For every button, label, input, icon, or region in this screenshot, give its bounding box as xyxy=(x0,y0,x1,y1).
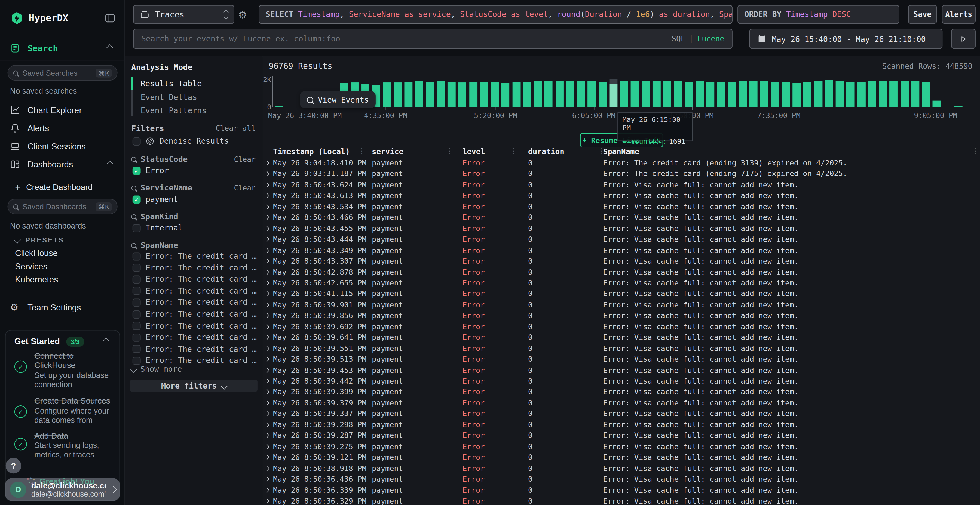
histogram-bar[interactable] xyxy=(394,82,402,106)
histogram-bar[interactable] xyxy=(490,82,499,106)
column-resize-handle[interactable]: ⋮ xyxy=(446,147,453,155)
source-settings-gear-icon[interactable]: ⚙ xyxy=(238,9,247,21)
preset-clickhouse[interactable]: ClickHouse xyxy=(15,249,58,258)
histogram-bar[interactable] xyxy=(480,82,488,107)
gs-item-title[interactable]: Create Data Sources xyxy=(34,396,115,405)
histogram-bar[interactable] xyxy=(749,81,757,107)
checkbox-unchecked[interactable] xyxy=(132,357,141,365)
saved-searches-input[interactable]: Saved Searches ⌘K xyxy=(8,65,118,81)
checkbox-unchecked[interactable] xyxy=(132,137,141,145)
histogram-bar[interactable] xyxy=(415,81,423,106)
histogram-bar[interactable] xyxy=(695,81,704,106)
view-events-button[interactable]: View Events xyxy=(300,91,375,108)
collapse-sidebar-icon[interactable] xyxy=(104,13,115,24)
table-row[interactable]: May 26 8:50:39.399 PMpaymentError0Error:… xyxy=(262,387,980,398)
col-service[interactable]: service xyxy=(372,148,403,156)
chevron-up-icon[interactable] xyxy=(103,338,110,345)
checkbox-unchecked[interactable] xyxy=(132,275,141,284)
order-by-editor[interactable]: ORDER BY Timestamp DESC xyxy=(737,5,899,24)
checkbox-unchecked[interactable] xyxy=(132,264,141,272)
col-spanname[interactable]: SpanName xyxy=(603,148,640,156)
table-row[interactable]: May 26 8:50:43.534 PMpaymentError0Error:… xyxy=(262,202,980,213)
histogram-bar[interactable] xyxy=(674,81,682,106)
sidebar-item-client-sessions[interactable]: Client Sessions xyxy=(10,141,86,151)
checkbox-unchecked[interactable] xyxy=(132,224,141,232)
table-row[interactable]: May 26 9:04:18.410 PMpaymentError0Error:… xyxy=(262,158,980,169)
histogram-bar[interactable] xyxy=(383,83,391,106)
histogram-bar[interactable] xyxy=(404,82,412,107)
lang-toggle-lucene[interactable]: Lucene xyxy=(697,34,724,43)
spanname-filter-option[interactable]: Error: The credit card … xyxy=(132,345,257,353)
clear-all-button[interactable]: Clear all xyxy=(216,124,256,132)
col-level[interactable]: level xyxy=(463,148,485,156)
histogram-bar[interactable] xyxy=(566,81,574,106)
table-row[interactable]: May 26 8:50:36.339 PMpaymentError0Error:… xyxy=(262,485,980,496)
search-icon[interactable] xyxy=(131,156,136,161)
histogram-bar[interactable] xyxy=(825,80,833,106)
checkbox-unchecked[interactable] xyxy=(132,345,141,353)
table-row[interactable]: May 26 8:50:39.337 PMpaymentError0Error:… xyxy=(262,409,980,419)
histogram-bar[interactable] xyxy=(932,101,941,107)
checkbox-unchecked[interactable] xyxy=(132,322,141,330)
checkbox-checked[interactable]: ✓ xyxy=(132,167,141,175)
spanname-filter-option[interactable]: Error: The credit card … xyxy=(132,252,257,260)
spanname-filter-option[interactable]: Error: The credit card … xyxy=(132,321,257,330)
histogram-bar[interactable] xyxy=(652,81,660,106)
column-resize-handle[interactable]: ⋮ xyxy=(972,147,978,155)
histogram-bar[interactable] xyxy=(437,81,445,106)
histogram-bar[interactable] xyxy=(879,81,887,107)
histogram-bar[interactable] xyxy=(889,81,898,106)
spanname-filter-option[interactable]: Error: The credit card … xyxy=(132,286,257,295)
histogram-bar[interactable] xyxy=(900,81,908,106)
gs-item-title[interactable]: Add Data xyxy=(34,431,115,440)
histogram-bar[interactable] xyxy=(685,82,693,107)
table-row[interactable]: May 26 8:50:39.442 PMpaymentError0Error:… xyxy=(262,376,980,387)
histogram-bar[interactable] xyxy=(814,81,822,107)
clear-button[interactable]: Clear xyxy=(234,154,256,163)
table-row[interactable]: May 26 8:50:39.275 PMpaymentError0Error:… xyxy=(262,441,980,452)
table-row[interactable]: May 26 8:50:43.307 PMpaymentError0Error:… xyxy=(262,256,980,267)
mode-event-patterns[interactable]: Event Patterns xyxy=(141,106,207,115)
chevron-up-icon[interactable] xyxy=(107,161,113,168)
checkbox-unchecked[interactable] xyxy=(132,299,141,306)
spanname-filter-option[interactable]: Error: The credit card … xyxy=(132,264,257,272)
histogram-bar[interactable] xyxy=(501,83,510,106)
table-row[interactable]: May 26 8:50:43.466 PMpaymentError0Error:… xyxy=(262,213,980,223)
histogram-bar[interactable] xyxy=(609,84,617,106)
search-icon[interactable] xyxy=(131,214,136,219)
table-row[interactable]: May 26 8:50:43.624 PMpaymentError0Error:… xyxy=(262,180,980,191)
alerts-button[interactable]: Alerts xyxy=(942,5,976,24)
table-row[interactable]: May 26 8:50:39.551 PMpaymentError0Error:… xyxy=(262,343,980,354)
spanname-filter-option[interactable]: Error: The credit card … xyxy=(132,275,257,284)
run-live-tail-button[interactable] xyxy=(951,29,976,49)
histogram-bar[interactable] xyxy=(771,82,779,107)
table-row[interactable]: May 26 8:50:39.379 PMpaymentError0Error:… xyxy=(262,398,980,409)
checkbox-unchecked[interactable] xyxy=(132,310,141,318)
column-resize-handle[interactable]: ⋮ xyxy=(510,147,517,155)
gs-item-title[interactable]: Connect to ClickHouse xyxy=(34,351,115,370)
histogram-bar[interactable] xyxy=(706,82,714,107)
checkbox-checked[interactable]: ✓ xyxy=(132,195,141,203)
histogram-bar[interactable] xyxy=(447,82,456,107)
source-select[interactable]: Traces xyxy=(133,5,234,24)
search-icon[interactable] xyxy=(131,243,136,248)
mode-event-deltas[interactable]: Event Deltas xyxy=(141,92,197,102)
histogram-bar[interactable] xyxy=(620,81,628,106)
user-menu[interactable]: D dale@clickhouse.com dale@clickhouse.co… xyxy=(5,478,120,501)
date-range-picker[interactable]: May 26 15:40:00 - May 26 21:10:00 xyxy=(749,29,942,49)
table-row[interactable]: May 26 8:50:43.455 PMpaymentError0Error:… xyxy=(262,223,980,234)
table-row[interactable]: May 26 8:50:39.513 PMpaymentError0Error:… xyxy=(262,354,980,365)
histogram-bar[interactable] xyxy=(738,81,747,106)
histogram-bar[interactable] xyxy=(922,82,930,107)
help-button[interactable]: ? xyxy=(6,458,21,473)
col-timestamp[interactable]: Timestamp (Local) xyxy=(273,148,350,156)
lang-toggle-sql[interactable]: SQL xyxy=(671,34,685,43)
search-icon[interactable] xyxy=(131,185,136,190)
create-dashboard-button[interactable]: + Create Dashboard xyxy=(15,182,92,192)
filter-option-internal[interactable]: Internal xyxy=(132,224,183,232)
histogram-bar[interactable] xyxy=(663,81,671,107)
table-row[interactable]: May 26 8:50:43.444 PMpaymentError0Error:… xyxy=(262,234,980,245)
table-row[interactable]: May 26 8:50:36.329 PMpaymentError0Error:… xyxy=(262,496,980,505)
checkbox-unchecked[interactable] xyxy=(132,333,141,341)
mode-results-table[interactable]: Results Table xyxy=(141,79,202,88)
